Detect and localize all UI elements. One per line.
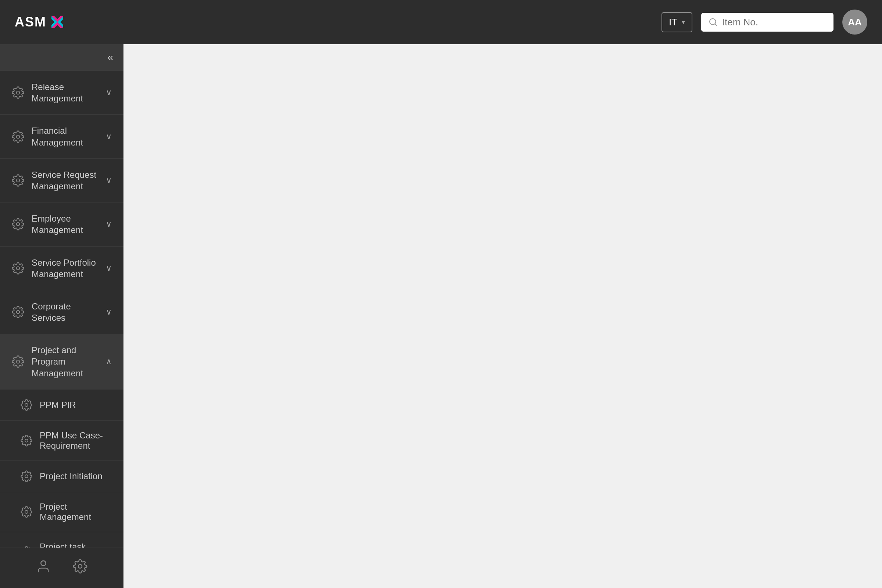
gear-icon — [12, 174, 24, 187]
sidebar-item-project-and-program-management[interactable]: Project and Program Management ∧ — [0, 334, 123, 390]
sidebar-item-employee-management-label: Employee Management — [32, 213, 99, 236]
svg-point-19 — [41, 561, 46, 566]
sidebar-item-financial-management[interactable]: Financial Management ∨ — [0, 115, 123, 158]
svg-point-14 — [25, 439, 28, 442]
corporate-services-chevron-icon: ∨ — [106, 307, 112, 317]
svg-point-6 — [16, 91, 20, 94]
sidebar-item-corporate-services-label: Corporate Services — [32, 301, 99, 323]
gear-icon — [12, 130, 24, 143]
sidebar-item-employee-management[interactable]: Employee Management ∨ — [0, 202, 123, 246]
avatar[interactable]: AA — [842, 9, 867, 34]
svg-point-7 — [16, 135, 20, 138]
it-chevron-icon: ▾ — [682, 18, 685, 26]
sidebar-sub-item-project-initiation-label: Project Initiation — [40, 471, 102, 482]
header-right: IT ▾ AA — [662, 9, 867, 34]
service-portfolio-management-chevron-icon: ∨ — [106, 264, 112, 273]
sidebar-sub-item-ppm-use-case-requirement-label: PPM Use Case-Requirement — [40, 430, 112, 451]
svg-point-16 — [25, 510, 28, 513]
svg-point-20 — [78, 564, 82, 568]
sidebar-sub-item-project-management[interactable]: Project Management — [0, 492, 123, 532]
header: ASM IT ▾ AA — [0, 0, 882, 44]
service-request-management-chevron-icon: ∨ — [106, 176, 112, 185]
sidebar: « Release Management ∨ Financial Managem… — [0, 44, 123, 588]
project-and-program-management-chevron-icon: ∧ — [106, 357, 112, 366]
sidebar-item-release-management[interactable]: Release Management ∨ — [0, 71, 123, 115]
sidebar-nav: Release Management ∨ Financial Managemen… — [0, 71, 123, 548]
logo-text: ASM — [15, 14, 46, 30]
sidebar-collapse-button[interactable]: « — [107, 52, 113, 63]
sidebar-sub-item-project-task-default-label: Project task default — [40, 542, 112, 548]
user-icon[interactable] — [36, 559, 51, 577]
sidebar-footer — [0, 548, 123, 588]
settings-icon[interactable] — [73, 559, 87, 577]
svg-line-5 — [715, 24, 716, 26]
logo-icon — [48, 12, 67, 32]
sidebar-collapse-bar: « — [0, 44, 123, 71]
svg-point-10 — [16, 266, 20, 270]
sidebar-sub-item-ppm-pir[interactable]: PPM PIR — [0, 390, 123, 421]
svg-point-13 — [25, 404, 28, 406]
gear-icon — [12, 218, 24, 230]
gear-icon — [21, 399, 32, 411]
sidebar-sub-item-ppm-use-case-requirement[interactable]: PPM Use Case-Requirement — [0, 421, 123, 461]
it-label: IT — [669, 16, 677, 28]
svg-point-11 — [16, 310, 20, 314]
sidebar-sub-item-project-task-default[interactable]: Project task default — [0, 532, 123, 548]
sidebar-item-service-portfolio-management-label: Service Portfolio Management — [32, 257, 99, 280]
search-icon — [708, 17, 718, 27]
svg-point-15 — [25, 475, 28, 478]
svg-point-8 — [16, 179, 20, 182]
sidebar-item-corporate-services[interactable]: Corporate Services ∨ — [0, 290, 123, 334]
gear-icon — [21, 506, 32, 518]
gear-icon — [12, 262, 24, 274]
logo[interactable]: ASM — [15, 12, 67, 32]
sidebar-sub-item-project-initiation[interactable]: Project Initiation — [0, 461, 123, 492]
svg-point-9 — [16, 223, 20, 226]
employee-management-chevron-icon: ∨ — [106, 219, 112, 229]
it-dropdown[interactable]: IT ▾ — [662, 12, 692, 32]
sidebar-item-service-request-management[interactable]: Service Request Management ∨ — [0, 159, 123, 202]
svg-point-12 — [16, 360, 20, 363]
gear-icon — [21, 435, 32, 447]
search-input[interactable] — [722, 16, 826, 28]
sidebar-item-service-request-management-label: Service Request Management — [32, 169, 99, 192]
sidebar-sub-item-project-management-label: Project Management — [40, 502, 112, 522]
financial-management-chevron-icon: ∨ — [106, 132, 112, 141]
sidebar-sub-item-ppm-pir-label: PPM PIR — [40, 400, 76, 410]
gear-icon — [12, 306, 24, 318]
sidebar-item-project-and-program-management-label: Project and Program Management — [32, 344, 99, 379]
search-box — [701, 13, 834, 32]
gear-icon — [12, 356, 24, 368]
sidebar-item-release-management-label: Release Management — [32, 81, 99, 104]
sidebar-item-service-portfolio-management[interactable]: Service Portfolio Management ∨ — [0, 247, 123, 290]
gear-icon — [12, 86, 24, 99]
sidebar-item-financial-management-label: Financial Management — [32, 125, 99, 148]
release-management-chevron-icon: ∨ — [106, 88, 112, 98]
main-content — [123, 44, 882, 588]
avatar-initials: AA — [848, 16, 862, 28]
gear-icon — [21, 470, 32, 482]
